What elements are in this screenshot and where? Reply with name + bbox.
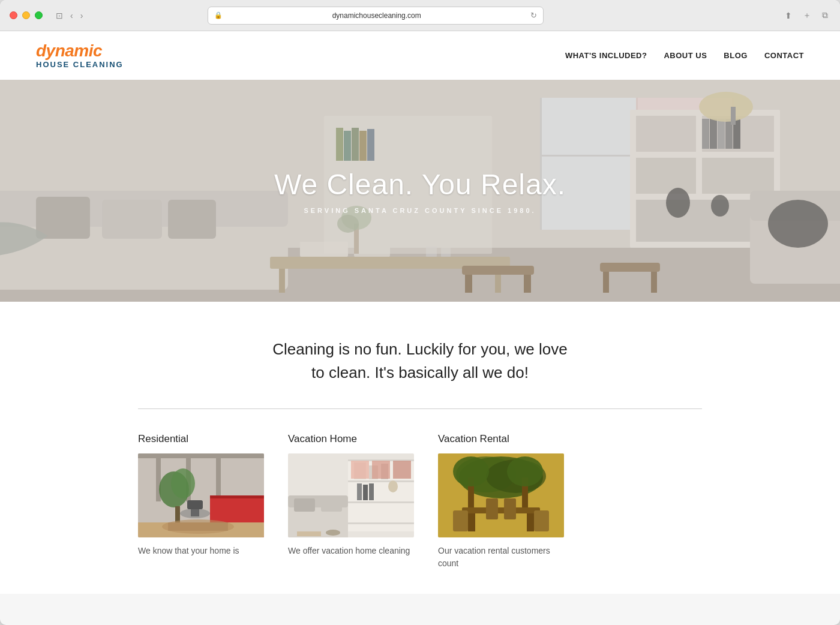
reload-icon[interactable]: ↻	[530, 11, 537, 20]
service-card-image-vacation-rental	[438, 453, 564, 537]
lock-icon: 🔒	[214, 11, 223, 19]
browser-toolbar: ⊡ ‹ › 🔒 dynamichousecleaning.com ↻ ⬆ ＋ ⧉	[0, 0, 840, 31]
svg-rect-82	[393, 461, 411, 479]
hero-title: We Clean. You Relax.	[274, 168, 566, 201]
service-card-desc-vacation-home: We offer vacation home cleaning	[288, 545, 414, 557]
svg-rect-91	[297, 531, 321, 536]
svg-rect-70	[168, 522, 228, 531]
service-card-title-vacation-rental: Vacation Rental	[438, 433, 564, 445]
hero-section: We Clean. You Relax. SERVING SANTA CRUZ …	[0, 80, 840, 302]
toolbar-icons-left: ⊡ ‹ ›	[53, 8, 85, 23]
svg-rect-86	[321, 500, 342, 512]
svg-rect-75	[348, 501, 414, 503]
svg-rect-85	[294, 498, 315, 512]
svg-rect-67	[187, 500, 203, 509]
svg-point-92	[326, 530, 340, 536]
service-card-image-residential	[138, 453, 264, 537]
nav-item-about-us[interactable]: ABOUT US	[664, 51, 707, 60]
services-grid: Residential	[138, 433, 702, 570]
nav-item-contact[interactable]: CONTACT	[764, 51, 804, 60]
svg-rect-59	[216, 453, 221, 501]
hero-subtitle: SERVING SANTA CRUZ COUNTY SINCE 1980.	[274, 207, 566, 214]
svg-rect-108	[438, 453, 564, 537]
service-card-title-residential: Residential	[138, 433, 264, 445]
service-card-desc-residential: We know that your home is	[138, 545, 264, 557]
maximize-button[interactable]	[35, 11, 43, 19]
toolbar-icons-right: ⬆ ＋ ⧉	[782, 8, 830, 23]
tabs-icon[interactable]: ⧉	[820, 8, 830, 23]
service-card-image-vacation-home	[288, 453, 414, 537]
tagline: Cleaning is no fun. Luckily for you, we …	[270, 338, 570, 384]
svg-point-61	[171, 468, 195, 498]
close-button[interactable]	[10, 11, 17, 19]
service-card-desc-vacation-rental: Our vacation rental customers count	[438, 545, 564, 570]
new-tab-icon[interactable]: ＋	[800, 8, 814, 23]
svg-rect-80	[351, 461, 369, 479]
svg-rect-90	[369, 483, 374, 500]
logo-dynamic: dynamic	[36, 42, 124, 61]
minimize-button[interactable]	[22, 11, 30, 19]
service-card-title-vacation-home: Vacation Home	[288, 433, 414, 445]
address-bar[interactable]: 🔒 dynamichousecleaning.com ↻	[208, 7, 544, 25]
svg-rect-81	[372, 461, 390, 479]
svg-point-87	[388, 480, 398, 492]
sidebar-toggle-icon[interactable]: ⊡	[53, 8, 65, 23]
site-header: dynamic HOUSE CLEANING WHAT'S INCLUDED? …	[0, 31, 840, 80]
url-text: dynamichousecleaning.com	[226, 11, 527, 20]
svg-rect-88	[357, 483, 362, 500]
site-nav: WHAT'S INCLUDED? ABOUT US BLOG CONTACT	[565, 51, 804, 60]
nav-item-blog[interactable]: BLOG	[724, 51, 748, 60]
section-divider	[138, 408, 702, 409]
traffic-lights	[10, 11, 43, 19]
service-card-vacation-rental: Vacation Rental	[438, 433, 564, 570]
share-icon[interactable]: ⬆	[782, 8, 794, 23]
content-section: Cleaning is no fun. Luckily for you, we …	[0, 302, 840, 594]
svg-rect-76	[348, 522, 414, 524]
svg-rect-74	[348, 480, 414, 482]
svg-rect-89	[363, 485, 368, 500]
logo[interactable]: dynamic HOUSE CLEANING	[36, 42, 124, 69]
nav-item-whats-included[interactable]: WHAT'S INCLUDED?	[565, 51, 647, 60]
back-icon[interactable]: ‹	[68, 8, 76, 23]
forward-icon[interactable]: ›	[78, 8, 86, 23]
service-card-vacation-home: Vacation Home	[288, 433, 414, 570]
website: dynamic HOUSE CLEANING WHAT'S INCLUDED? …	[0, 31, 840, 594]
service-card-residential: Residential	[138, 433, 264, 570]
browser-window: ⊡ ‹ › 🔒 dynamichousecleaning.com ↻ ⬆ ＋ ⧉…	[0, 0, 840, 625]
svg-rect-64	[210, 495, 264, 498]
logo-house-cleaning: HOUSE CLEANING	[36, 61, 124, 69]
hero-content: We Clean. You Relax. SERVING SANTA CRUZ …	[274, 168, 566, 214]
